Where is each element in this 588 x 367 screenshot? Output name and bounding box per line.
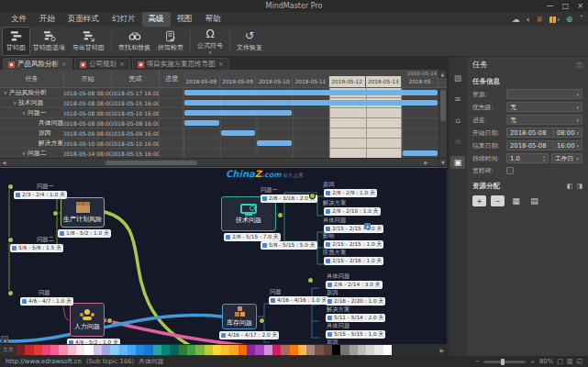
gantt-bar[interactable] (221, 130, 256, 136)
subtopic-label[interactable]: 解决方案 (327, 306, 349, 314)
color-swatch[interactable] (383, 345, 392, 355)
subtopic-label[interactable]: 具体问题 (327, 272, 349, 281)
menu-tab[interactable]: 帮助 (199, 12, 227, 27)
close-tab-icon[interactable]: × (119, 61, 125, 68)
document-tab[interactable]: 项目实施方案思维导图 × (132, 58, 229, 70)
color-swatch[interactable] (84, 345, 93, 355)
color-swatch[interactable] (239, 345, 247, 355)
gantt-horizontal-scrollbar[interactable]: ◀ ▶ ▼ (0, 158, 447, 166)
menu-tab[interactable]: 高级 (142, 12, 171, 27)
priority-select[interactable]: 无 (506, 102, 582, 112)
resource-select[interactable] (506, 89, 582, 99)
topic-node-inventory[interactable]: 库存问题 (222, 304, 257, 329)
subtopic-label[interactable]: 具体问题 (327, 322, 349, 330)
start-date-field[interactable]: 2018-05-0808:00 (506, 128, 582, 138)
task-date-tag[interactable]: 5/8 - 5/15 : 5.0 天 (261, 241, 317, 250)
add-subtopic-button[interactable]: + (364, 223, 371, 229)
color-swatch[interactable] (255, 345, 263, 355)
color-swatch[interactable] (272, 345, 281, 355)
color-swatch[interactable] (76, 345, 84, 355)
subtopic-label[interactable]: 原因 (327, 289, 338, 297)
color-swatch[interactable] (128, 345, 136, 355)
gantt-bar[interactable] (257, 140, 292, 146)
fullscreen-icon[interactable]: ◱ (576, 358, 582, 365)
spell-check-button[interactable]: 拼写检查 (154, 28, 187, 55)
zoom-in-button[interactable]: ＋ (529, 357, 536, 366)
gantt-column-start[interactable]: 开始 (64, 70, 112, 87)
panel-tab-icon[interactable]: ⌂ (450, 114, 465, 127)
panel-tab-icon[interactable]: ▨ (450, 72, 465, 84)
panel-tab-icon[interactable]: ≡ (450, 93, 465, 106)
gantt-bar[interactable] (184, 120, 219, 126)
task-date-tag[interactable]: 4/6 - 5/2 : 1.0 天 (67, 339, 120, 344)
branch-expand-dot[interactable] (53, 211, 58, 216)
subtopic-label[interactable]: 问题二 (37, 236, 54, 244)
panel-tab-icon[interactable]: ▣ (450, 156, 465, 169)
branch-expand-dot[interactable] (8, 291, 13, 295)
task-date-tag[interactable]: 2/15 - 2/16 : 1.0 天 (324, 257, 383, 265)
find-replace-button[interactable]: 查找和替换 (115, 28, 154, 55)
gantt-column-progress[interactable]: 进度 (160, 70, 183, 87)
color-swatch[interactable] (306, 345, 315, 355)
branch-expand-dot[interactable] (310, 194, 315, 198)
gantt-bar[interactable] (184, 100, 438, 106)
topic-node-hr[interactable]: 人力问题 (70, 303, 105, 337)
branch-expand-dot[interactable] (260, 318, 264, 323)
panel-dock-icon[interactable]: ◫ (576, 61, 582, 69)
milestone-checkbox[interactable] (506, 167, 514, 174)
document-tab[interactable]: 公司规划 × (74, 58, 130, 70)
color-swatch[interactable] (161, 345, 170, 355)
subtopic-label[interactable]: 问题 (39, 289, 50, 297)
fit-page-icon[interactable]: ▢ (557, 358, 563, 365)
zoom-slider[interactable] (483, 361, 526, 363)
color-swatch[interactable] (25, 345, 33, 355)
cloud-icon[interactable]: ☁ (512, 15, 520, 24)
color-swatch[interactable] (315, 345, 323, 355)
task-date-tag[interactable]: 2/9 - 2/10 : 1.0 天 (324, 207, 381, 216)
minimize-button[interactable]: — (547, 2, 554, 10)
collapse-caret-icon[interactable]: ∨ (22, 110, 26, 116)
subtopic-label[interactable]: 原因 (323, 181, 335, 189)
gantt-column-finish[interactable]: 完成 (112, 70, 160, 87)
resource-button[interactable]: ▤ (527, 195, 541, 206)
color-swatch[interactable] (290, 345, 298, 355)
color-swatch[interactable] (366, 345, 374, 355)
zoom-level[interactable]: 80% (539, 358, 553, 365)
resource-button[interactable]: ▦ (509, 195, 523, 206)
color-swatch[interactable] (68, 345, 76, 355)
color-swatch[interactable] (136, 345, 144, 355)
color-swatch[interactable] (213, 345, 221, 355)
task-date-tag[interactable]: 1/8 - 5/2 : 1.0 天 (58, 229, 111, 238)
subtopic-label[interactable]: 问题 (270, 288, 282, 296)
task-date-tag[interactable]: 4/6 - 4/7 : 1.0 天 (20, 297, 73, 306)
gantt-bar[interactable] (403, 150, 438, 156)
menu-tab[interactable]: 文件 (5, 12, 33, 27)
task-date-tag[interactable]: 5/15 - 5/15 : 1.0 天 (326, 330, 385, 339)
task-date-tag[interactable]: 2/16 - 2/20 : 1.0 天 (326, 297, 385, 306)
duration-unit-select[interactable]: 工作日 (551, 153, 582, 163)
theme-icon[interactable]: ⊛ (566, 15, 573, 24)
export-gantt-button[interactable]: 导出甘特图 (69, 28, 108, 55)
document-tab[interactable]: 产品风险分析 × (3, 58, 72, 70)
color-swatch[interactable] (340, 345, 349, 355)
color-swatch[interactable] (349, 345, 358, 355)
branch-expand-dot[interactable] (278, 213, 283, 217)
color-swatch[interactable] (264, 345, 272, 355)
task-date-tag[interactable]: 2/15 - 2/15 : 1.0 天 (324, 240, 383, 249)
duration-stepper[interactable]: 1.0▴▾ (506, 153, 549, 163)
collapse-caret-icon[interactable]: ∨ (22, 150, 26, 156)
resource-button[interactable]: － (491, 195, 505, 206)
color-swatch[interactable] (119, 345, 128, 355)
upgrade-icon[interactable]: ♕ (536, 15, 543, 24)
color-swatch[interactable] (50, 345, 59, 355)
subtopic-label[interactable]: 影响 (323, 232, 335, 240)
color-swatch[interactable] (247, 345, 255, 355)
color-swatch[interactable] (153, 345, 161, 355)
color-swatch[interactable] (281, 345, 289, 355)
menu-tab[interactable]: 开始 (33, 12, 61, 27)
color-swatch[interactable] (17, 345, 25, 355)
color-swatch[interactable] (110, 345, 118, 355)
color-swatch[interactable] (298, 345, 306, 355)
resource-button[interactable]: ＋ (472, 195, 486, 206)
branch-expand-dot[interactable] (308, 278, 313, 283)
